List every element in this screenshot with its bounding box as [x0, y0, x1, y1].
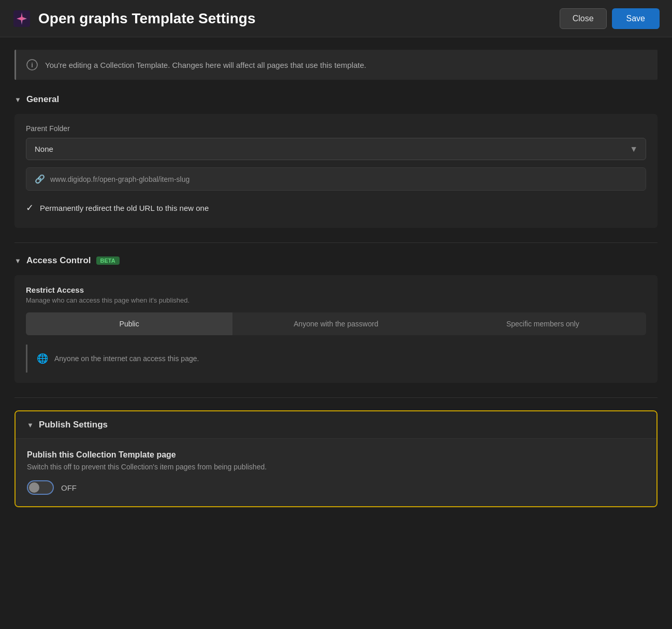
svg-text:i: i [31, 61, 33, 69]
url-text: www.digidop.fr/open-graph-global/item-sl… [50, 175, 189, 183]
toggle-label: OFF [61, 483, 77, 492]
globe-icon: 🌐 [37, 353, 48, 364]
parent-folder-select-wrapper: None ▼ [26, 138, 646, 160]
publish-chevron-icon: ▼ [27, 421, 34, 429]
info-banner: i You're editing a Collection Template. … [14, 50, 658, 80]
publish-content: Publish this Collection Template page Sw… [16, 439, 656, 506]
app-container: Open graphs Template Settings Close Save… [0, 0, 672, 629]
redirect-row[interactable]: ✓ Permanently redirect the old URL to th… [26, 198, 646, 218]
access-info-text: Anyone on the internet can access this p… [54, 354, 199, 363]
parent-folder-label: Parent Folder [26, 124, 646, 133]
checkmark-icon: ✓ [26, 202, 34, 213]
main-content: i You're editing a Collection Template. … [0, 37, 672, 629]
access-section-header[interactable]: ▼ Access Control BETA [14, 255, 658, 266]
info-icon: i [26, 59, 38, 70]
save-button[interactable]: Save [612, 8, 660, 29]
info-banner-text: You're editing a Collection Template. Ch… [45, 61, 366, 69]
tab-members[interactable]: Specific members only [440, 312, 646, 335]
page-title: Open graphs Template Settings [38, 10, 256, 27]
header: Open graphs Template Settings Close Save [0, 0, 672, 37]
restrict-title: Restrict Access [26, 285, 646, 294]
publish-section-header[interactable]: ▼ Publish Settings [16, 411, 656, 439]
toggle-slider [27, 480, 54, 495]
tab-public[interactable]: Public [26, 312, 232, 335]
redirect-label: Permanently redirect the old URL to this… [40, 204, 209, 212]
publish-desc: Switch this off to prevent this Collecti… [27, 463, 645, 471]
access-section-content: Restrict Access Manage who can access th… [14, 275, 658, 383]
general-section: ▼ General Parent Folder None ▼ 🔗 www.dig… [14, 94, 658, 228]
divider-2 [14, 397, 658, 398]
close-button[interactable]: Close [560, 8, 607, 29]
access-tabs: Public Anyone with the password Specific… [26, 312, 646, 335]
restrict-desc: Manage who can access this page when it'… [26, 296, 646, 304]
general-section-title: General [26, 94, 59, 105]
publish-title: Publish this Collection Template page [27, 450, 645, 460]
access-section-title: Access Control [26, 255, 91, 266]
publish-section: ▼ Publish Settings Publish this Collecti… [14, 410, 658, 507]
beta-badge: BETA [96, 256, 120, 265]
divider-1 [14, 242, 658, 243]
access-chevron-icon: ▼ [14, 257, 21, 265]
publish-section-title: Publish Settings [39, 420, 108, 430]
tab-password[interactable]: Anyone with the password [232, 312, 439, 335]
header-left: Open graphs Template Settings [12, 9, 256, 28]
publish-toggle[interactable] [27, 480, 54, 495]
link-icon: 🔗 [35, 174, 45, 184]
access-control-section: ▼ Access Control BETA Restrict Access Ma… [14, 255, 658, 383]
url-display: 🔗 www.digidop.fr/open-graph-global/item-… [26, 167, 646, 191]
header-buttons: Close Save [560, 8, 660, 29]
general-chevron-icon: ▼ [14, 96, 21, 104]
parent-folder-select[interactable]: None [26, 138, 646, 160]
toggle-row: OFF [27, 480, 645, 495]
sparkle-icon [12, 9, 31, 28]
general-section-header[interactable]: ▼ General [14, 94, 658, 105]
general-section-content: Parent Folder None ▼ 🔗 www.digidop.fr/op… [14, 114, 658, 228]
access-info: 🌐 Anyone on the internet can access this… [26, 345, 646, 373]
